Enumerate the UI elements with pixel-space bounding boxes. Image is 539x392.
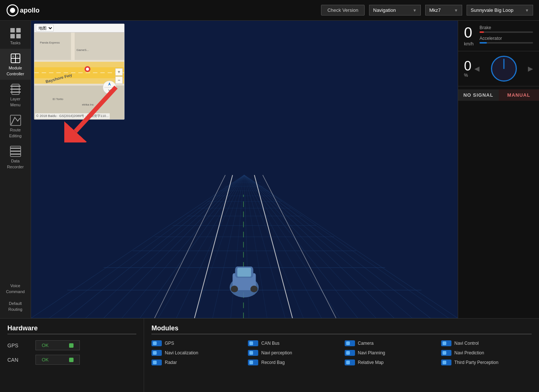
module-navi-control[interactable]: Navi Control xyxy=(441,340,532,346)
module-relmap-label: Relative Map xyxy=(358,360,384,365)
brake-row: Brake xyxy=(480,25,533,33)
map-value: Sunnyvale Big Loop xyxy=(471,7,514,13)
sidebar-item-data-recorder[interactable]: Data Recorder xyxy=(0,142,31,173)
vehicle-value: Mkz7 xyxy=(429,7,441,13)
gps-status: OK xyxy=(35,340,80,350)
vehicle-dropdown[interactable]: Mkz7 ▼ xyxy=(425,5,462,16)
right-panel: 0 km/h Brake Accelerator xyxy=(458,21,539,318)
module-relative-map[interactable]: Relative Map xyxy=(345,360,435,365)
modules-grid: GPS CAN Bus Camera Navi Control Navi Loc… xyxy=(151,340,532,365)
steering-wheel-wrap: ◀ ▶ xyxy=(474,56,533,82)
module-radar[interactable]: Radar xyxy=(151,360,242,365)
module-navi-perc-toggle[interactable] xyxy=(248,350,258,356)
module-navi-pred-toggle[interactable] xyxy=(441,350,451,356)
sidebar-item-menu-label: Menu xyxy=(10,103,21,107)
sidebar-item-data-label: Data xyxy=(11,159,20,163)
map-type-select[interactable]: 地图 xyxy=(36,25,54,31)
can-status-text: OK xyxy=(42,357,49,362)
accel-bar xyxy=(480,42,533,44)
speed-unit: km/h xyxy=(464,41,474,47)
module-relmap-toggle[interactable] xyxy=(345,360,355,365)
map-zoom-in[interactable]: + xyxy=(115,68,123,76)
svg-text:etrika Inc: etrika Inc xyxy=(82,103,94,106)
module-camera-toggle[interactable] xyxy=(345,340,355,346)
hardware-row-can: CAN OK xyxy=(7,355,136,365)
map-controls: + − xyxy=(115,68,123,84)
module-navi-control-toggle[interactable] xyxy=(441,340,451,346)
brake-fill xyxy=(480,31,484,33)
svg-rect-77 xyxy=(34,32,71,60)
voice-command-label2: Command xyxy=(6,289,25,294)
module-radar-toggle[interactable] xyxy=(151,360,162,365)
bottom-section: Hardware GPS OK CAN OK Modules GPS xyxy=(0,318,539,392)
sidebar-item-module-controller[interactable]: + - Module Controller xyxy=(0,49,31,80)
module-radar-label: Radar xyxy=(165,360,177,365)
module-third-toggle[interactable] xyxy=(441,360,451,365)
module-can-bus-toggle[interactable] xyxy=(248,340,258,346)
module-can-bus-label: CAN Bus xyxy=(261,341,279,346)
sidebar-item-layer-menu[interactable]: Layer Menu xyxy=(0,80,31,111)
can-label: CAN xyxy=(7,357,30,363)
module-third-party[interactable]: Third Party Perception xyxy=(441,360,532,365)
steering-value: 0 xyxy=(464,59,471,73)
svg-rect-5 xyxy=(10,34,15,38)
sidebar-item-layer-label: Layer xyxy=(10,97,21,101)
map-body: Bayshore Fwy Panda Express GameS... El T… xyxy=(34,32,124,120)
module-navi-localization[interactable]: Navi Localization xyxy=(151,350,242,356)
svg-rect-19 xyxy=(10,154,21,155)
3d-view: 地图 Bayshore Fwy xyxy=(31,21,458,318)
map-dropdown[interactable]: Sunnyvale Big Loop ▼ xyxy=(467,5,533,16)
brake-bar xyxy=(480,31,533,33)
mode-dropdown[interactable]: Navigation ▼ xyxy=(369,5,421,16)
no-signal-button[interactable]: NO SIGNAL xyxy=(458,89,499,101)
module-navi-control-label: Navi Control xyxy=(454,341,479,346)
sidebar-item-voice-command[interactable]: Voice Command xyxy=(0,280,31,298)
map-svg: Bayshore Fwy Panda Express GameS... El T… xyxy=(34,32,124,120)
svg-point-85 xyxy=(86,68,89,71)
module-navi-loc-toggle[interactable] xyxy=(151,350,162,356)
module-navi-perception[interactable]: Navi perception xyxy=(248,350,338,356)
modules-panel: Modules GPS CAN Bus Camera Navi Control … xyxy=(144,319,539,392)
gps-indicator xyxy=(69,343,74,348)
module-can-bus[interactable]: CAN Bus xyxy=(248,340,338,346)
check-version-button[interactable]: Check Version xyxy=(321,5,365,16)
module-navi-plan-toggle[interactable] xyxy=(345,350,355,356)
header: apollo Check Version Navigation ▼ Mkz7 ▼… xyxy=(0,0,539,21)
can-indicator xyxy=(69,358,74,362)
view-area: 地图 Bayshore Fwy xyxy=(31,21,458,318)
gps-label: GPS xyxy=(7,343,30,348)
svg-text:El Torito: El Torito xyxy=(53,97,64,101)
sidebar-item-route-editing[interactable]: Route Editing xyxy=(0,111,31,142)
sidebar-item-default-routing[interactable]: Default Routing xyxy=(0,298,31,315)
hardware-divider xyxy=(7,334,136,334)
module-navi-planning[interactable]: Navi Planning xyxy=(345,350,435,356)
module-record-bag[interactable]: Record Bag xyxy=(248,360,338,365)
module-gps[interactable]: GPS xyxy=(151,340,242,346)
module-navi-perc-label: Navi perception xyxy=(261,350,292,355)
default-routing-label2: Routing xyxy=(8,307,23,312)
sidebar-item-controller-label: Controller xyxy=(7,72,24,76)
module-gps-toggle[interactable] xyxy=(151,340,162,346)
speed-indicators: Brake Accelerator xyxy=(480,25,533,47)
module-record-label: Record Bag xyxy=(261,360,284,365)
steering-left-arrow[interactable]: ◀ xyxy=(474,65,480,73)
map-zoom-out[interactable]: − xyxy=(115,76,123,84)
manual-button[interactable]: MANUAL xyxy=(499,89,539,101)
svg-text:Panda Express: Panda Express xyxy=(40,41,60,44)
vehicle-dropdown-arrow: ▼ xyxy=(454,8,458,13)
svg-text:+: + xyxy=(12,55,14,58)
sidebar-item-tasks[interactable]: Tasks xyxy=(0,24,31,49)
module-navi-prediction[interactable]: Navi Prediction xyxy=(441,350,532,356)
default-routing-label: Default xyxy=(9,301,22,306)
module-record-toggle[interactable] xyxy=(248,360,258,365)
svg-rect-18 xyxy=(10,151,21,152)
map-copyright: © 2018 Baidu · GS(2016)2089号 · 甲测资字110..… xyxy=(35,113,110,119)
mode-dropdown-arrow: ▼ xyxy=(413,8,417,13)
module-camera[interactable]: Camera xyxy=(345,340,435,346)
modules-divider xyxy=(151,334,532,334)
speed-value: 0 xyxy=(464,25,474,40)
svg-text:GameS...: GameS... xyxy=(76,48,89,52)
apollo-logo: apollo xyxy=(6,4,50,17)
steering-right-arrow[interactable]: ▶ xyxy=(528,65,533,73)
can-status: OK xyxy=(35,355,80,365)
